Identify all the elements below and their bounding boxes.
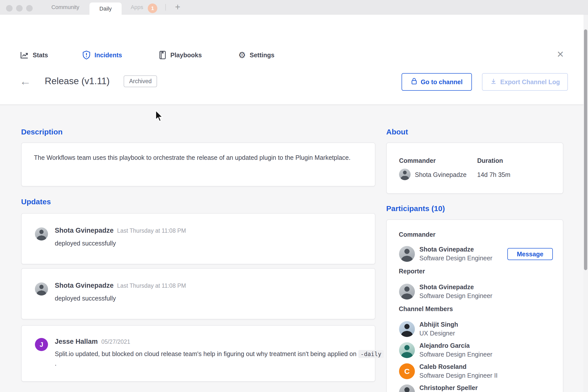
nav-label: Stats [33,52,48,59]
update-text: deployed successfully [55,239,384,248]
avatar [35,227,48,240]
avatar [399,384,415,392]
code-chip: -daily [358,350,384,358]
participants-commander-label: Commander [399,231,435,238]
browser-tab-bar: Community Daily Apps 1 + [0,0,588,15]
update-text-after: . [55,360,57,367]
participant-role: Software Design Engineer [419,351,492,358]
update-header: Shota Gvinepadze Last Thursday at 11:08 … [55,227,186,234]
lock-icon [411,77,417,86]
update-timestamp: Last Thursday at 11:08 PM [117,227,186,234]
participant-role: Software Design Engineer II [419,372,498,379]
avatar [399,169,411,180]
nav-item-incidents[interactable]: Incidents [82,48,122,62]
description-text: The Workflows team uses this playbook to… [34,153,358,163]
duration-label: Duration [477,157,503,164]
participant-name[interactable]: Abhijit Singh [419,321,458,328]
channel-members-label: Channel Members [399,305,453,313]
gear-icon: ⚙ [238,51,246,59]
avatar [399,284,415,300]
update-author[interactable]: Shota Gvinepadze [55,282,114,289]
update-card: Shota Gvinepadze Last Thursday at 11:08 … [21,268,375,319]
participants-heading: Participants (10) [386,204,445,213]
commander-name[interactable]: Shota Gvinepadze [415,171,467,178]
nav-item-settings[interactable]: ⚙ Settings [238,48,274,62]
update-header: Jesse Hallam 05/27/2021 [55,338,130,346]
nav-label: Playbooks [170,52,202,59]
participants-reporter-label: Reporter [399,268,425,275]
duration-value: 14d 7h 35m [477,171,510,178]
participant-name[interactable]: Shota Gvinepadze [419,283,474,291]
nav-label: Incidents [94,52,122,59]
update-author[interactable]: Jesse Hallam [55,338,98,346]
tab-separator [165,4,166,11]
participant-role: Software Design Engineer [419,292,492,300]
about-heading: About [386,128,408,136]
close-icon[interactable]: × [554,48,566,60]
new-tab-button[interactable]: + [172,0,183,15]
avatar: C [399,363,415,379]
traffic-light-close-icon[interactable] [6,5,13,12]
traffic-light-minimize-icon[interactable] [16,5,23,12]
nav-label: Settings [250,52,274,59]
participant-role: Software Design Engineer [419,255,492,262]
update-text: deployed successfully [55,294,384,303]
apps-unread-badge: 1 [148,4,157,13]
button-label: Go to channel [421,78,463,86]
export-channel-log-button[interactable]: Export Channel Log [482,73,568,91]
download-icon [490,78,497,86]
scrollbar-thumb[interactable] [584,29,587,270]
description-card: The Workflows team uses this playbook to… [21,142,375,186]
app-header: Stats Incidents Playbooks ⚙ Settings × ←… [0,15,588,105]
participant-name[interactable]: Alejandro García [419,342,470,349]
browser-tab-apps[interactable]: Apps [126,0,148,15]
update-card: Shota Gvinepadze Last Thursday at 11:08 … [21,213,375,264]
commander-label: Commander [399,157,436,164]
button-label: Export Channel Log [500,78,560,86]
message-button[interactable]: Message [507,248,553,260]
status-badge-archived: Archived [124,75,157,87]
browser-tab-community[interactable]: Community [43,0,88,15]
go-to-channel-button[interactable]: Go to channel [402,73,472,91]
back-arrow-icon[interactable]: ← [20,74,31,88]
update-author[interactable]: Shota Gvinepadze [55,227,114,234]
update-text-before: Split.io updated, but blocked on cloud r… [55,350,358,357]
participant-name[interactable]: Caleb Roseland [419,363,467,370]
about-card: Commander Duration Shota Gvinepadze 14d … [386,142,563,194]
avatar [399,342,415,358]
avatar: J [35,338,48,351]
avatar [399,246,415,262]
chart-line-icon [20,51,29,60]
update-header: Shota Gvinepadze Last Thursday at 11:08 … [55,282,186,289]
avatar [35,282,48,296]
update-card: J Jesse Hallam 05/27/2021 Split.io updat… [21,325,375,382]
description-heading: Description [21,128,63,136]
mouse-cursor [155,110,165,123]
update-text: Split.io updated, but blocked on cloud r… [55,349,384,368]
updates-heading: Updates [21,198,51,206]
update-timestamp: Last Thursday at 11:08 PM [117,282,186,289]
book-icon [159,51,167,60]
traffic-light-zoom-icon[interactable] [26,5,33,12]
avatar [399,321,415,337]
update-timestamp: 05/27/2021 [101,338,130,345]
page-title: Release (v1.11) [45,76,110,86]
participant-name[interactable]: Christopher Speller [419,384,478,391]
nav-item-playbooks[interactable]: Playbooks [159,48,202,62]
browser-tab-daily[interactable]: Daily [89,3,122,15]
participant-role: UX Designer [419,330,455,337]
participant-name[interactable]: Shota Gvinepadze [419,246,474,253]
participants-card: Commander Shota Gvinepadze Software Desi… [386,219,563,392]
shield-alert-icon [82,51,91,60]
nav-item-stats[interactable]: Stats [20,48,48,62]
